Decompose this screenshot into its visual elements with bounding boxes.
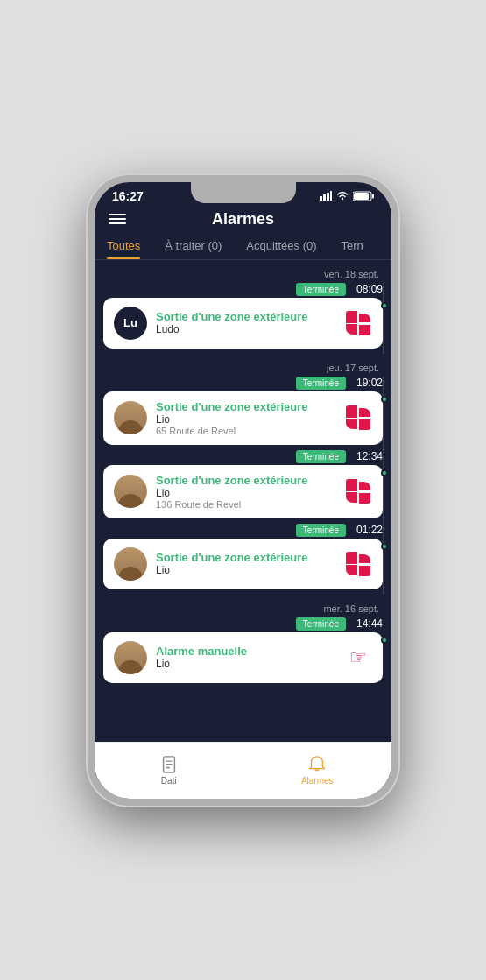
date-label-0: ven. 18 sept.	[103, 260, 383, 283]
timeline-dot	[381, 543, 388, 550]
svg-point-4	[342, 198, 343, 200]
timeline-dot	[381, 469, 388, 476]
hand-icon: ☞	[349, 646, 367, 669]
alarm-title: Sortie d'une zone extérieure	[156, 400, 335, 413]
alarms-list: ven. 18 sept. Terminée 08:09 Lu Sortie d…	[95, 260, 391, 763]
svg-rect-2	[327, 193, 329, 201]
timeline-dot	[381, 302, 388, 309]
alarm-name: Lio	[156, 413, 335, 426]
phone-frame: 16:27 Alarmes	[88, 175, 398, 806]
timeline-dot	[381, 396, 388, 403]
alarm-time: 01:22	[351, 524, 383, 536]
alarm-title: Sortie d'une zone extérieure	[156, 551, 335, 564]
signal-icon	[320, 191, 332, 201]
status-row: Terminée 12:34	[103, 450, 383, 463]
status-badge: Terminée	[296, 377, 346, 390]
nav-alarmes[interactable]: Alarmes	[243, 743, 392, 799]
alarm-card: Alarme manuelle Lio ☞	[103, 632, 383, 683]
timeline-line	[383, 524, 384, 595]
svg-rect-6	[372, 194, 374, 198]
alarm-time: 08:09	[351, 283, 383, 295]
status-row: Terminée 14:44	[103, 617, 383, 631]
tab-atraiter[interactable]: À traiter (0)	[152, 234, 234, 259]
app-header: Alarmes	[95, 207, 391, 229]
svg-rect-11	[166, 767, 170, 768]
map-icon	[344, 550, 372, 578]
battery-icon	[353, 191, 374, 201]
nav-dati[interactable]: Dati	[95, 743, 243, 799]
tab-terminees[interactable]: Tern	[329, 234, 376, 259]
alarm-item-1-1[interactable]: Terminée 12:34 Sortie d'une zone extérie…	[103, 450, 383, 518]
tab-acquittees[interactable]: Acquittées (0)	[234, 234, 328, 259]
alarm-name: Lio	[156, 487, 335, 499]
alarm-item-1-0[interactable]: Terminée 19:02 Sortie d'une zone extérie…	[103, 377, 383, 445]
alarm-info: Sortie d'une zone extérieure Lio	[156, 551, 335, 576]
timeline-line	[383, 283, 384, 354]
timeline-line	[383, 377, 384, 450]
alarm-name: Lio	[156, 658, 335, 670]
map-icon	[344, 404, 372, 432]
alarm-item-2-0[interactable]: Terminée 14:44 Alarme manuelle Lio ☞	[103, 617, 383, 683]
avatar	[114, 641, 147, 674]
wifi-icon	[335, 191, 349, 201]
status-row: Terminée 19:02	[103, 377, 383, 390]
alarm-address: 65 Route de Revel	[156, 426, 335, 436]
alarm-card: Sortie d'une zone extérieure Lio	[103, 539, 383, 589]
svg-rect-10	[166, 764, 172, 765]
alarm-time: 12:34	[351, 450, 383, 462]
manual-alarm-icon: ☞	[344, 644, 372, 672]
alarm-address: 136 Route de Revel	[156, 499, 335, 510]
svg-rect-0	[320, 196, 322, 201]
map-icon	[344, 477, 372, 505]
alarm-info: Sortie d'une zone extérieure Lio 65 Rout…	[156, 400, 335, 436]
alarm-title: Sortie d'une zone extérieure	[156, 474, 335, 487]
svg-rect-3	[330, 191, 332, 201]
avatar: Lu	[114, 307, 147, 340]
alarm-card: Sortie d'une zone extérieure Lio 136 Rou…	[103, 465, 383, 518]
tab-toutes[interactable]: Toutes	[95, 234, 152, 259]
page-title: Alarmes	[212, 210, 274, 229]
avatar	[114, 475, 147, 508]
dati-icon	[159, 755, 179, 774]
timeline-dot	[381, 637, 388, 644]
timeline-line	[383, 450, 384, 524]
svg-rect-7	[354, 193, 369, 200]
alarm-item-0-0[interactable]: Terminée 08:09 Lu Sortie d'une zone exté…	[103, 283, 383, 349]
date-label-2: mer. 16 sept.	[103, 595, 383, 617]
tabs-container: Toutes À traiter (0) Acquittées (0) Tern	[95, 229, 391, 260]
status-badge: Terminée	[296, 283, 346, 296]
bottom-nav: Dati Alarmes	[95, 742, 391, 799]
status-badge: Terminée	[296, 450, 346, 463]
status-badge: Terminée	[296, 524, 346, 537]
alarm-card: Lu Sortie d'une zone extérieure Ludo	[103, 298, 383, 349]
alarm-name: Lio	[156, 564, 335, 576]
menu-button[interactable]	[109, 214, 126, 224]
status-row: Terminée 08:09	[103, 283, 383, 296]
alarm-info: Sortie d'une zone extérieure Ludo	[156, 310, 335, 335]
alarm-title: Alarme manuelle	[156, 645, 335, 658]
alarm-time: 19:02	[351, 377, 383, 389]
nav-alarmes-label: Alarmes	[301, 776, 334, 786]
date-label-1: jeu. 17 sept.	[103, 354, 383, 377]
alarm-item-1-2[interactable]: Terminée 01:22 Sortie d'une zone extérie…	[103, 524, 383, 589]
alarm-name: Ludo	[156, 323, 335, 335]
map-icon	[344, 309, 372, 337]
status-badge: Terminée	[296, 617, 346, 631]
alarm-info: Alarme manuelle Lio	[156, 645, 335, 670]
alarm-info: Sortie d'une zone extérieure Lio 136 Rou…	[156, 474, 335, 510]
status-bar: 16:27	[95, 182, 391, 207]
svg-rect-1	[323, 194, 326, 201]
alarmes-icon	[307, 755, 327, 774]
alarm-time: 14:44	[351, 617, 383, 630]
alarm-card: Sortie d'une zone extérieure Lio 65 Rout…	[103, 391, 383, 445]
avatar	[114, 401, 147, 434]
status-icons	[320, 191, 374, 201]
avatar	[114, 547, 147, 581]
svg-rect-9	[166, 760, 172, 761]
status-row: Terminée 01:22	[103, 524, 383, 537]
nav-dati-label: Dati	[161, 776, 177, 786]
alarm-title: Sortie d'une zone extérieure	[156, 310, 335, 323]
status-time: 16:27	[112, 189, 144, 203]
